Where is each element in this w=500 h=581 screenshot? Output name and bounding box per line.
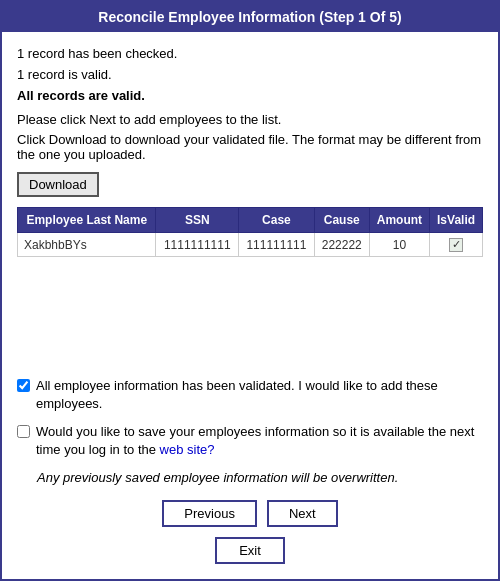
page-title: Reconcile Employee Information (Step 1 O… xyxy=(98,9,401,25)
employee-table: Employee Last Name SSN Case Cause Amount… xyxy=(17,207,483,257)
page-header: Reconcile Employee Information (Step 1 O… xyxy=(2,2,498,32)
isvalid-check-icon: ✓ xyxy=(449,238,463,252)
validate-checkbox[interactable] xyxy=(17,379,30,392)
nav-row-2: Exit xyxy=(215,537,285,564)
status-line1: 1 record has been checked. xyxy=(17,46,177,61)
col-header-amount: Amount xyxy=(369,208,429,233)
table-cell: XakbhbBYs xyxy=(18,233,156,257)
overwrite-notice: Any previously saved employee informatio… xyxy=(37,470,483,485)
col-header-ssn: SSN xyxy=(156,208,239,233)
page-container: Reconcile Employee Information (Step 1 O… xyxy=(0,0,500,581)
col-header-cause: Cause xyxy=(314,208,369,233)
col-header-isvalid: IsValid xyxy=(430,208,483,233)
download-button[interactable]: Download xyxy=(17,172,99,197)
validate-checkbox-row: All employee information has been valida… xyxy=(17,377,483,413)
page-body: 1 record has been checked. 1 record is v… xyxy=(2,32,498,574)
table-cell: 222222 xyxy=(314,233,369,257)
save-checkbox-row: Would you like to save your employees in… xyxy=(17,423,483,459)
validate-label[interactable]: All employee information has been valida… xyxy=(36,377,483,413)
bottom-section: All employee information has been valida… xyxy=(17,377,483,564)
col-header-last-name: Employee Last Name xyxy=(18,208,156,233)
status-line2: 1 record is valid. xyxy=(17,67,112,82)
save-label[interactable]: Would you like to save your employees in… xyxy=(36,423,483,459)
table-row: XakbhbBYs111111111111111111122222210✓ xyxy=(18,233,483,257)
previous-button[interactable]: Previous xyxy=(162,500,257,527)
nav-row-1: Previous Next xyxy=(162,500,337,527)
col-header-case: Case xyxy=(239,208,315,233)
next-button[interactable]: Next xyxy=(267,500,338,527)
table-cell: 10 xyxy=(369,233,429,257)
exit-button[interactable]: Exit xyxy=(215,537,285,564)
table-header-row: Employee Last Name SSN Case Cause Amount… xyxy=(18,208,483,233)
table-cell: 1111111111 xyxy=(156,233,239,257)
save-checkbox[interactable] xyxy=(17,425,30,438)
table-cell-isvalid: ✓ xyxy=(430,233,483,257)
table-cell: 111111111 xyxy=(239,233,315,257)
nav-buttons: Previous Next Exit xyxy=(17,500,483,564)
download-instruction: Click Download to download your validate… xyxy=(17,132,483,162)
status-messages: 1 record has been checked. 1 record is v… xyxy=(17,44,483,106)
next-instruction: Please click Next to add employees to th… xyxy=(17,112,483,127)
status-line3: All records are valid. xyxy=(17,88,145,103)
